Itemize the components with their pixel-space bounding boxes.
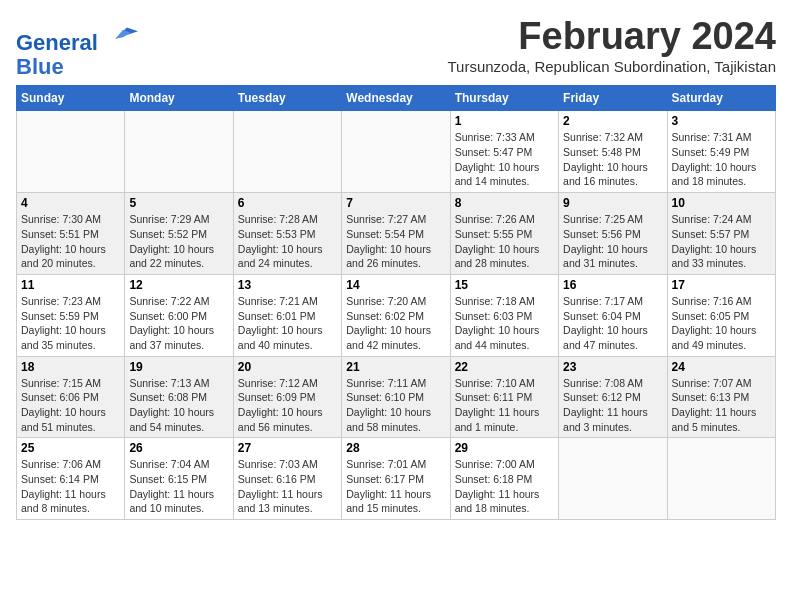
calendar-day-25: 25Sunrise: 7:06 AM Sunset: 6:14 PM Dayli… [17, 438, 125, 520]
day-info: Sunrise: 7:01 AM Sunset: 6:17 PM Dayligh… [346, 457, 445, 516]
calendar-day-3: 3Sunrise: 7:31 AM Sunset: 5:49 PM Daylig… [667, 111, 775, 193]
logo-bird-icon [108, 20, 138, 50]
day-info: Sunrise: 7:29 AM Sunset: 5:52 PM Dayligh… [129, 212, 228, 271]
calendar-day-9: 9Sunrise: 7:25 AM Sunset: 5:56 PM Daylig… [559, 193, 667, 275]
day-number: 21 [346, 360, 445, 374]
day-number: 2 [563, 114, 662, 128]
day-number: 18 [21, 360, 120, 374]
calendar-day-14: 14Sunrise: 7:20 AM Sunset: 6:02 PM Dayli… [342, 274, 450, 356]
logo: General Blue [16, 20, 138, 79]
day-info: Sunrise: 7:21 AM Sunset: 6:01 PM Dayligh… [238, 294, 337, 353]
calendar-day-2: 2Sunrise: 7:32 AM Sunset: 5:48 PM Daylig… [559, 111, 667, 193]
day-info: Sunrise: 7:17 AM Sunset: 6:04 PM Dayligh… [563, 294, 662, 353]
calendar-week-row: 4Sunrise: 7:30 AM Sunset: 5:51 PM Daylig… [17, 193, 776, 275]
calendar-empty-cell [667, 438, 775, 520]
calendar-day-1: 1Sunrise: 7:33 AM Sunset: 5:47 PM Daylig… [450, 111, 558, 193]
calendar-header-row: SundayMondayTuesdayWednesdayThursdayFrid… [17, 86, 776, 111]
day-info: Sunrise: 7:16 AM Sunset: 6:05 PM Dayligh… [672, 294, 771, 353]
day-number: 12 [129, 278, 228, 292]
calendar-day-11: 11Sunrise: 7:23 AM Sunset: 5:59 PM Dayli… [17, 274, 125, 356]
logo-blue: Blue [16, 54, 64, 79]
day-info: Sunrise: 7:04 AM Sunset: 6:15 PM Dayligh… [129, 457, 228, 516]
calendar-week-row: 1Sunrise: 7:33 AM Sunset: 5:47 PM Daylig… [17, 111, 776, 193]
calendar-week-row: 11Sunrise: 7:23 AM Sunset: 5:59 PM Dayli… [17, 274, 776, 356]
calendar-day-27: 27Sunrise: 7:03 AM Sunset: 6:16 PM Dayli… [233, 438, 341, 520]
calendar-empty-cell [342, 111, 450, 193]
calendar-day-12: 12Sunrise: 7:22 AM Sunset: 6:00 PM Dayli… [125, 274, 233, 356]
header: General Blue February 2024 Tursunzoda, R… [16, 16, 776, 79]
day-info: Sunrise: 7:00 AM Sunset: 6:18 PM Dayligh… [455, 457, 554, 516]
calendar-day-28: 28Sunrise: 7:01 AM Sunset: 6:17 PM Dayli… [342, 438, 450, 520]
day-number: 24 [672, 360, 771, 374]
calendar-table: SundayMondayTuesdayWednesdayThursdayFrid… [16, 85, 776, 520]
calendar-day-22: 22Sunrise: 7:10 AM Sunset: 6:11 PM Dayli… [450, 356, 558, 438]
day-info: Sunrise: 7:11 AM Sunset: 6:10 PM Dayligh… [346, 376, 445, 435]
calendar-day-7: 7Sunrise: 7:27 AM Sunset: 5:54 PM Daylig… [342, 193, 450, 275]
day-info: Sunrise: 7:27 AM Sunset: 5:54 PM Dayligh… [346, 212, 445, 271]
day-number: 4 [21, 196, 120, 210]
day-number: 6 [238, 196, 337, 210]
weekday-header-sunday: Sunday [17, 86, 125, 111]
weekday-header-thursday: Thursday [450, 86, 558, 111]
day-number: 23 [563, 360, 662, 374]
calendar-day-19: 19Sunrise: 7:13 AM Sunset: 6:08 PM Dayli… [125, 356, 233, 438]
day-info: Sunrise: 7:32 AM Sunset: 5:48 PM Dayligh… [563, 130, 662, 189]
day-number: 17 [672, 278, 771, 292]
calendar-empty-cell [233, 111, 341, 193]
day-number: 27 [238, 441, 337, 455]
logo-general: General [16, 30, 98, 55]
day-number: 19 [129, 360, 228, 374]
day-info: Sunrise: 7:31 AM Sunset: 5:49 PM Dayligh… [672, 130, 771, 189]
calendar-day-20: 20Sunrise: 7:12 AM Sunset: 6:09 PM Dayli… [233, 356, 341, 438]
calendar-day-23: 23Sunrise: 7:08 AM Sunset: 6:12 PM Dayli… [559, 356, 667, 438]
day-info: Sunrise: 7:15 AM Sunset: 6:06 PM Dayligh… [21, 376, 120, 435]
day-info: Sunrise: 7:03 AM Sunset: 6:16 PM Dayligh… [238, 457, 337, 516]
calendar-day-24: 24Sunrise: 7:07 AM Sunset: 6:13 PM Dayli… [667, 356, 775, 438]
day-number: 26 [129, 441, 228, 455]
calendar-day-21: 21Sunrise: 7:11 AM Sunset: 6:10 PM Dayli… [342, 356, 450, 438]
day-info: Sunrise: 7:33 AM Sunset: 5:47 PM Dayligh… [455, 130, 554, 189]
calendar-week-row: 18Sunrise: 7:15 AM Sunset: 6:06 PM Dayli… [17, 356, 776, 438]
day-info: Sunrise: 7:24 AM Sunset: 5:57 PM Dayligh… [672, 212, 771, 271]
day-info: Sunrise: 7:28 AM Sunset: 5:53 PM Dayligh… [238, 212, 337, 271]
day-number: 14 [346, 278, 445, 292]
day-number: 15 [455, 278, 554, 292]
weekday-header-tuesday: Tuesday [233, 86, 341, 111]
calendar-day-16: 16Sunrise: 7:17 AM Sunset: 6:04 PM Dayli… [559, 274, 667, 356]
day-info: Sunrise: 7:22 AM Sunset: 6:00 PM Dayligh… [129, 294, 228, 353]
calendar-day-6: 6Sunrise: 7:28 AM Sunset: 5:53 PM Daylig… [233, 193, 341, 275]
day-info: Sunrise: 7:10 AM Sunset: 6:11 PM Dayligh… [455, 376, 554, 435]
day-info: Sunrise: 7:08 AM Sunset: 6:12 PM Dayligh… [563, 376, 662, 435]
calendar-day-13: 13Sunrise: 7:21 AM Sunset: 6:01 PM Dayli… [233, 274, 341, 356]
day-number: 16 [563, 278, 662, 292]
day-info: Sunrise: 7:06 AM Sunset: 6:14 PM Dayligh… [21, 457, 120, 516]
day-info: Sunrise: 7:30 AM Sunset: 5:51 PM Dayligh… [21, 212, 120, 271]
day-info: Sunrise: 7:25 AM Sunset: 5:56 PM Dayligh… [563, 212, 662, 271]
day-number: 3 [672, 114, 771, 128]
day-info: Sunrise: 7:20 AM Sunset: 6:02 PM Dayligh… [346, 294, 445, 353]
calendar-empty-cell [17, 111, 125, 193]
day-number: 11 [21, 278, 120, 292]
day-number: 28 [346, 441, 445, 455]
weekday-header-friday: Friday [559, 86, 667, 111]
day-number: 1 [455, 114, 554, 128]
calendar-day-4: 4Sunrise: 7:30 AM Sunset: 5:51 PM Daylig… [17, 193, 125, 275]
weekday-header-wednesday: Wednesday [342, 86, 450, 111]
day-number: 13 [238, 278, 337, 292]
day-number: 7 [346, 196, 445, 210]
calendar-empty-cell [559, 438, 667, 520]
day-number: 29 [455, 441, 554, 455]
weekday-header-monday: Monday [125, 86, 233, 111]
calendar-day-17: 17Sunrise: 7:16 AM Sunset: 6:05 PM Dayli… [667, 274, 775, 356]
day-number: 9 [563, 196, 662, 210]
calendar-day-29: 29Sunrise: 7:00 AM Sunset: 6:18 PM Dayli… [450, 438, 558, 520]
title-area: February 2024 Tursunzoda, Republican Sub… [447, 16, 776, 75]
day-number: 10 [672, 196, 771, 210]
day-number: 20 [238, 360, 337, 374]
day-info: Sunrise: 7:12 AM Sunset: 6:09 PM Dayligh… [238, 376, 337, 435]
calendar-week-row: 25Sunrise: 7:06 AM Sunset: 6:14 PM Dayli… [17, 438, 776, 520]
month-title: February 2024 [447, 16, 776, 58]
calendar-day-10: 10Sunrise: 7:24 AM Sunset: 5:57 PM Dayli… [667, 193, 775, 275]
calendar-day-15: 15Sunrise: 7:18 AM Sunset: 6:03 PM Dayli… [450, 274, 558, 356]
calendar-day-18: 18Sunrise: 7:15 AM Sunset: 6:06 PM Dayli… [17, 356, 125, 438]
